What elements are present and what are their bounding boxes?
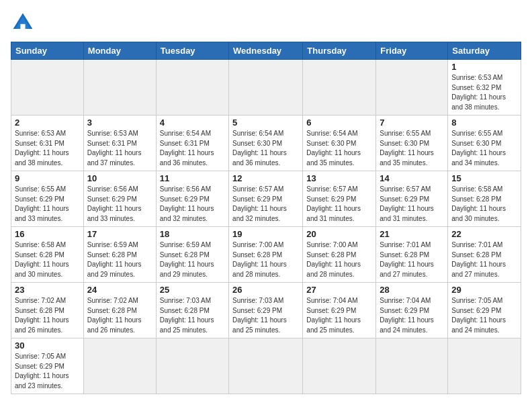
day-number: 12 — [232, 173, 299, 183]
day-number: 5 — [232, 118, 299, 128]
week-row-2: 2Sunrise: 6:53 AM Sunset: 6:31 PM Daylig… — [11, 116, 521, 171]
day-cell: 11Sunrise: 6:56 AM Sunset: 6:29 PM Dayli… — [156, 171, 228, 227]
col-header-saturday: Saturday — [448, 42, 521, 60]
day-info: Sunrise: 6:59 AM Sunset: 6:28 PM Dayligh… — [160, 240, 225, 279]
day-cell: 1Sunrise: 6:53 AM Sunset: 6:32 PM Daylig… — [448, 60, 521, 116]
day-number: 8 — [451, 118, 517, 128]
day-cell: 25Sunrise: 7:03 AM Sunset: 6:28 PM Dayli… — [156, 283, 228, 338]
day-cell: 26Sunrise: 7:03 AM Sunset: 6:29 PM Dayli… — [229, 283, 303, 338]
day-number: 9 — [15, 173, 80, 183]
day-info: Sunrise: 6:57 AM Sunset: 6:29 PM Dayligh… — [232, 185, 299, 224]
day-cell — [229, 338, 303, 394]
day-cell: 10Sunrise: 6:56 AM Sunset: 6:29 PM Dayli… — [83, 171, 156, 227]
day-number: 26 — [232, 285, 299, 295]
day-number: 3 — [87, 118, 152, 128]
col-header-monday: Monday — [83, 42, 156, 60]
day-number: 17 — [87, 229, 152, 239]
day-info: Sunrise: 6:54 AM Sunset: 6:31 PM Dayligh… — [160, 129, 225, 168]
week-row-6: 30Sunrise: 7:05 AM Sunset: 6:29 PM Dayli… — [11, 338, 521, 394]
day-cell: 7Sunrise: 6:55 AM Sunset: 6:30 PM Daylig… — [376, 116, 448, 171]
day-number: 1 — [451, 62, 517, 72]
day-number: 29 — [451, 285, 517, 295]
day-number: 6 — [306, 118, 372, 128]
col-header-wednesday: Wednesday — [229, 42, 303, 60]
day-info: Sunrise: 7:01 AM Sunset: 6:28 PM Dayligh… — [451, 240, 517, 279]
logo — [11, 11, 38, 35]
day-number: 18 — [160, 229, 225, 239]
day-cell: 3Sunrise: 6:53 AM Sunset: 6:31 PM Daylig… — [83, 116, 156, 171]
calendar: SundayMondayTuesdayWednesdayThursdayFrid… — [11, 42, 521, 394]
day-info: Sunrise: 7:00 AM Sunset: 6:28 PM Dayligh… — [306, 240, 372, 279]
day-info: Sunrise: 6:54 AM Sunset: 6:30 PM Dayligh… — [232, 129, 299, 168]
day-info: Sunrise: 6:56 AM Sunset: 6:29 PM Dayligh… — [87, 185, 152, 224]
day-info: Sunrise: 6:58 AM Sunset: 6:28 PM Dayligh… — [451, 185, 517, 224]
day-info: Sunrise: 7:04 AM Sunset: 6:29 PM Dayligh… — [306, 296, 372, 335]
day-info: Sunrise: 6:58 AM Sunset: 6:28 PM Dayligh… — [15, 240, 80, 279]
day-cell — [83, 60, 156, 116]
day-info: Sunrise: 7:05 AM Sunset: 6:29 PM Dayligh… — [15, 352, 80, 391]
day-number: 20 — [306, 229, 372, 239]
day-info: Sunrise: 7:02 AM Sunset: 6:28 PM Dayligh… — [87, 296, 152, 335]
logo-icon — [11, 11, 35, 35]
day-cell: 19Sunrise: 7:00 AM Sunset: 6:28 PM Dayli… — [229, 227, 303, 283]
day-info: Sunrise: 6:53 AM Sunset: 6:31 PM Dayligh… — [87, 129, 152, 168]
day-number: 2 — [15, 118, 80, 128]
day-cell — [303, 338, 376, 394]
day-number: 30 — [15, 340, 80, 351]
day-number: 28 — [380, 285, 444, 295]
day-cell: 8Sunrise: 6:55 AM Sunset: 6:30 PM Daylig… — [448, 116, 521, 171]
day-number: 21 — [380, 229, 444, 239]
calendar-header-row: SundayMondayTuesdayWednesdayThursdayFrid… — [11, 42, 521, 60]
day-number: 11 — [160, 173, 225, 183]
svg-rect-2 — [20, 24, 25, 29]
day-cell — [448, 338, 521, 394]
day-info: Sunrise: 6:53 AM Sunset: 6:31 PM Dayligh… — [15, 129, 80, 168]
day-cell: 27Sunrise: 7:04 AM Sunset: 6:29 PM Dayli… — [303, 283, 376, 338]
day-number: 23 — [15, 285, 80, 295]
week-row-1: 1Sunrise: 6:53 AM Sunset: 6:32 PM Daylig… — [11, 60, 521, 116]
day-info: Sunrise: 6:53 AM Sunset: 6:32 PM Dayligh… — [451, 73, 517, 112]
week-row-3: 9Sunrise: 6:55 AM Sunset: 6:29 PM Daylig… — [11, 171, 521, 227]
day-info: Sunrise: 7:05 AM Sunset: 6:29 PM Dayligh… — [451, 296, 517, 335]
day-info: Sunrise: 7:03 AM Sunset: 6:28 PM Dayligh… — [160, 296, 225, 335]
day-number: 16 — [15, 229, 80, 239]
week-row-4: 16Sunrise: 6:58 AM Sunset: 6:28 PM Dayli… — [11, 227, 521, 283]
day-info: Sunrise: 7:04 AM Sunset: 6:29 PM Dayligh… — [380, 296, 444, 335]
day-info: Sunrise: 6:57 AM Sunset: 6:29 PM Dayligh… — [306, 185, 372, 224]
day-cell: 12Sunrise: 6:57 AM Sunset: 6:29 PM Dayli… — [229, 171, 303, 227]
day-cell — [156, 60, 228, 116]
col-header-tuesday: Tuesday — [156, 42, 228, 60]
day-number: 27 — [306, 285, 372, 295]
day-cell: 28Sunrise: 7:04 AM Sunset: 6:29 PM Dayli… — [376, 283, 448, 338]
day-info: Sunrise: 6:59 AM Sunset: 6:28 PM Dayligh… — [87, 240, 152, 279]
day-cell — [376, 60, 448, 116]
day-cell: 21Sunrise: 7:01 AM Sunset: 6:28 PM Dayli… — [376, 227, 448, 283]
day-cell — [229, 60, 303, 116]
day-info: Sunrise: 7:01 AM Sunset: 6:28 PM Dayligh… — [380, 240, 444, 279]
day-info: Sunrise: 6:55 AM Sunset: 6:29 PM Dayligh… — [15, 185, 80, 224]
week-row-5: 23Sunrise: 7:02 AM Sunset: 6:28 PM Dayli… — [11, 283, 521, 338]
day-cell — [83, 338, 156, 394]
day-cell: 4Sunrise: 6:54 AM Sunset: 6:31 PM Daylig… — [156, 116, 228, 171]
day-cell: 9Sunrise: 6:55 AM Sunset: 6:29 PM Daylig… — [11, 171, 84, 227]
day-cell — [11, 60, 84, 116]
day-cell: 17Sunrise: 6:59 AM Sunset: 6:28 PM Dayli… — [83, 227, 156, 283]
day-cell: 2Sunrise: 6:53 AM Sunset: 6:31 PM Daylig… — [11, 116, 84, 171]
day-info: Sunrise: 7:02 AM Sunset: 6:28 PM Dayligh… — [15, 296, 80, 335]
day-cell: 30Sunrise: 7:05 AM Sunset: 6:29 PM Dayli… — [11, 338, 84, 394]
day-cell: 22Sunrise: 7:01 AM Sunset: 6:28 PM Dayli… — [448, 227, 521, 283]
day-number: 19 — [232, 229, 299, 239]
day-cell: 13Sunrise: 6:57 AM Sunset: 6:29 PM Dayli… — [303, 171, 376, 227]
day-number: 22 — [451, 229, 517, 239]
day-number: 10 — [87, 173, 152, 183]
day-cell: 15Sunrise: 6:58 AM Sunset: 6:28 PM Dayli… — [448, 171, 521, 227]
day-number: 24 — [87, 285, 152, 295]
day-info: Sunrise: 6:54 AM Sunset: 6:30 PM Dayligh… — [306, 129, 372, 168]
day-cell: 18Sunrise: 6:59 AM Sunset: 6:28 PM Dayli… — [156, 227, 228, 283]
day-cell: 5Sunrise: 6:54 AM Sunset: 6:30 PM Daylig… — [229, 116, 303, 171]
day-cell — [156, 338, 228, 394]
header — [11, 11, 521, 35]
day-cell: 23Sunrise: 7:02 AM Sunset: 6:28 PM Dayli… — [11, 283, 84, 338]
day-info: Sunrise: 7:03 AM Sunset: 6:29 PM Dayligh… — [232, 296, 299, 335]
day-number: 7 — [380, 118, 444, 128]
